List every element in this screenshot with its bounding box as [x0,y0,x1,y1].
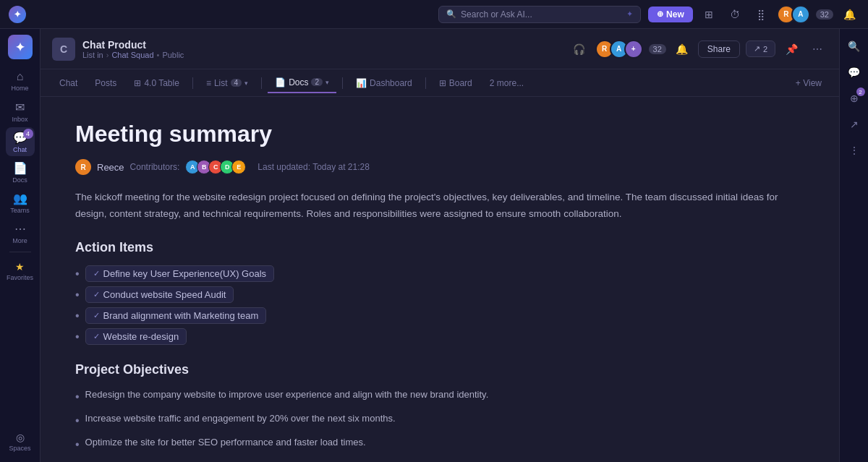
objective-3-text: Optimize the site for better SEO perform… [85,435,366,450]
star-icon: ★ [15,261,25,273]
action-item-4: ✓ Website re-design [75,328,804,345]
sidebar-item-teams[interactable]: 👥 Teams [6,188,35,217]
ellipsis-icon[interactable]: ⋯ [807,39,827,59]
tab-dashboard-label: Dashboard [370,78,412,88]
docs-chevron: ▾ [326,79,329,86]
channel-icon: C [52,38,75,61]
tab-docs[interactable]: 📄 Docs 2 ▾ [268,73,336,93]
main-layout: ✦ ⌂ Home ✉ Inbox 4 💬 Chat 📄 Docs 👥 Teams… [0,29,868,462]
content-area: C Chat Product List in › Chat Squad • Pu… [41,29,839,462]
ai-icon: ✦ [626,9,633,19]
home-icon: ⌂ [17,70,24,83]
check-icon-1: ✓ [93,269,100,278]
list-tab-icon: ≡ [206,78,211,88]
tab-board-label: Board [449,78,472,88]
list-chevron: ▾ [244,80,248,87]
tab-more[interactable]: 2 more... [482,74,531,93]
sidebar-item-inbox[interactable]: ✉ Inbox [6,97,35,126]
bell-channel-icon[interactable]: 🔔 [672,39,692,59]
new-button[interactable]: New [648,7,693,22]
search-icon: 🔍 [446,9,456,19]
objective-1-text: Redesign the company website to improve … [85,388,489,402]
tab-table[interactable]: ⊞ 4.0 Table [127,74,187,93]
nav-divider-4 [425,77,426,89]
tab-dashboard[interactable]: 📊 Dashboard [349,74,420,93]
app-logo: ✦ [9,6,26,23]
tab-more-label: 2 more... [490,78,524,88]
nav-divider-1 [192,77,193,89]
user-avatars: R A [777,5,810,24]
action-chip-1[interactable]: ✓ Define key User Experience(UX) Goals [85,265,274,282]
docs-icon: 📄 [13,161,27,175]
add-view-button[interactable]: + View [790,75,827,91]
avatar-2: A [791,5,810,24]
objectives-list: Redesign the company website to improve … [75,388,804,453]
list-tab-badge: 4 [231,79,242,87]
tab-list[interactable]: ≡ List 4 ▾ [199,74,255,93]
notification-badge[interactable]: 32 [816,9,833,20]
right-sidebar: 🔍 💬 ⊕ 2 ↗ ⋮ [839,29,868,462]
action-chip-2[interactable]: ✓ Conduct website Speed Audit [85,286,234,303]
nav-divider-2 [261,77,262,89]
list-in-text: List in [82,51,103,59]
rs-share-button[interactable]: ↗ [843,113,866,136]
pin-icon[interactable]: 📌 [781,39,801,59]
channel-name: Chat Product [82,39,562,51]
rs-comment-button[interactable]: 💬 [843,61,866,84]
clock-icon[interactable]: ⏱ [725,4,745,25]
channel-info: Chat Product List in › Chat Squad • Publ… [82,39,562,59]
search-placeholder: Search or Ask AI... [461,9,532,20]
objective-2: Increase website traffic and engagement … [75,411,804,429]
share-button[interactable]: Share [698,40,740,58]
more-label: More [12,237,27,244]
breadcrumb-sep: › [106,51,109,59]
objectives-heading: Project Objectives [75,362,804,377]
top-bar-actions: New ⊞ ⏱ ⣿ R A 32 🔔 [648,4,859,25]
sidebar-item-chat[interactable]: 4 💬 Chat [6,127,35,156]
collab-count: 2 [763,45,767,54]
action-item-2-text: Conduct website Speed Audit [103,289,226,300]
sidebar-item-home[interactable]: ⌂ Home [6,67,35,95]
collab-count-btn[interactable]: ↗ 2 [746,40,775,57]
squad-link[interactable]: Chat Squad [111,51,153,59]
sidebar-item-spaces[interactable]: ◎ Spaces [6,427,35,456]
headphones-icon[interactable]: 🎧 [569,39,590,59]
rs-more-button[interactable]: ⋮ [843,139,866,162]
docs-tab-icon: 📄 [275,77,286,87]
search-bar[interactable]: 🔍 Search or Ask AI... ✦ [438,6,641,23]
action-item-4-text: Website re-design [103,331,179,342]
sidebar-item-more[interactable]: ⋯ More [6,218,35,247]
channel-avatars: R A + [595,40,643,59]
sidebar-item-favorites[interactable]: ★ Favorites [6,257,35,286]
check-icon-3: ✓ [93,311,100,320]
channel-actions: 🎧 R A + 32 🔔 Share ↗ 2 📌 ⋯ [569,39,827,59]
bell-icon[interactable]: 🔔 [839,4,859,25]
check-icon-4: ✓ [93,332,100,341]
action-item-1: ✓ Define key User Experience(UX) Goals [75,265,804,282]
collab-icon: ↗ [754,44,760,54]
objective-1: Redesign the company website to improve … [75,388,804,406]
rs-chat-button[interactable]: ⊕ 2 [843,87,866,110]
inbox-icon: ✉ [15,100,25,114]
sidebar-item-docs[interactable]: 📄 Docs [6,158,35,187]
contrib-5: E [231,160,246,174]
tab-board[interactable]: ⊞ Board [432,74,480,93]
ch-notification-badge: 32 [649,44,666,54]
rs-chat-badge: 2 [856,87,865,96]
last-updated: Last updated: Today at 21:28 [258,162,370,172]
action-chip-3[interactable]: ✓ Brand alignment with Marketing team [85,307,267,324]
doc-content: Meeting summary R Reece Contributors: A … [41,97,839,462]
tab-chat[interactable]: Chat [52,74,85,93]
apps-icon[interactable]: ⣿ [751,4,771,25]
grid-icon[interactable]: ⊞ [699,4,719,25]
rs-search-button[interactable]: 🔍 [843,35,866,58]
left-sidebar: ✦ ⌂ Home ✉ Inbox 4 💬 Chat 📄 Docs 👥 Teams… [0,29,41,462]
action-chip-4[interactable]: ✓ Website re-design [85,328,187,345]
teams-icon: 👥 [13,192,27,205]
chat-badge: 4 [23,129,33,139]
docs-label: Docs [12,176,27,184]
board-tab-icon: ⊞ [439,78,446,88]
tab-posts[interactable]: Posts [88,74,124,93]
objective-3: Optimize the site for better SEO perform… [75,435,804,453]
action-item-2: ✓ Conduct website Speed Audit [75,286,804,303]
